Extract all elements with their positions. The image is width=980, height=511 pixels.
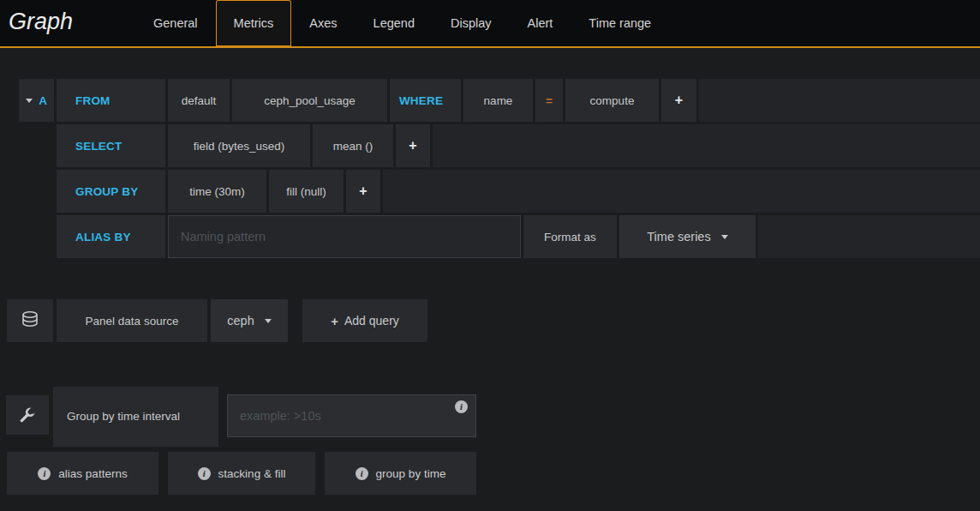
group-by-keyword: GROUP BY — [57, 170, 165, 213]
ref-spacer — [19, 170, 54, 213]
query-row-group-by: GROUP BY time (30m) fill (null) + — [0, 170, 980, 213]
where-keyword: WHERE — [390, 79, 461, 122]
format-as-dropdown[interactable]: Time series — [619, 215, 756, 258]
info-icon: i — [356, 467, 368, 480]
select-aggregator-segment[interactable]: mean () — [313, 124, 393, 167]
operator-segment[interactable]: = — [535, 79, 563, 122]
select-keyword: SELECT — [57, 124, 165, 167]
collapse-caret-icon — [26, 99, 33, 103]
retention-policy-segment[interactable]: default — [168, 79, 230, 122]
editor-tabs: General Metrics Axes Legend Display Aler… — [135, 0, 669, 46]
chevron-down-icon — [721, 235, 728, 239]
query-ref-id: A — [39, 94, 47, 107]
group-by-time-interval-input[interactable] — [227, 394, 476, 437]
datasource-dropdown[interactable]: ceph — [211, 299, 288, 342]
tab-legend[interactable]: Legend — [356, 0, 433, 46]
chevron-down-icon — [265, 319, 272, 323]
alias-patterns-button[interactable]: i alias patterns — [7, 452, 158, 495]
stacking-fill-label: stacking & fill — [218, 467, 286, 480]
format-as-value: Time series — [647, 230, 710, 243]
wrench-icon — [19, 406, 36, 424]
stacking-fill-button[interactable]: i stacking & fill — [168, 452, 315, 495]
add-group-by-button[interactable]: + — [346, 170, 380, 213]
alias-input[interactable] — [168, 215, 521, 258]
group-by-time-label: group by time — [376, 467, 446, 480]
row-filler — [433, 124, 980, 167]
datasource-row: Panel data source ceph + Add query — [7, 299, 980, 342]
from-keyword: FROM — [57, 79, 165, 122]
options-icon-cell — [6, 395, 49, 435]
group-by-time-interval-label: Group by time interval — [53, 387, 218, 447]
add-query-label: Add query — [344, 314, 399, 328]
query-row-select: SELECT field (bytes_used) mean () + — [0, 124, 980, 167]
datasource-value: ceph — [227, 314, 254, 328]
graph-panel-editor: Graph General Metrics Axes Legend Displa… — [0, 0, 980, 511]
panel-data-source-label: Panel data source — [57, 299, 207, 342]
query-row-from: A FROM default ceph_pool_usage WHERE nam… — [0, 79, 980, 122]
interval-input-wrap: i — [227, 394, 479, 437]
add-condition-button[interactable]: + — [661, 79, 696, 122]
tab-axes[interactable]: Axes — [291, 0, 355, 46]
group-by-time-button[interactable]: i group by time — [325, 452, 476, 495]
add-select-button[interactable]: + — [396, 124, 430, 167]
info-icon[interactable]: i — [455, 400, 468, 413]
help-buttons: i alias patterns i stacking & fill i gro… — [7, 452, 980, 495]
group-by-fill-segment[interactable]: fill (null) — [269, 170, 344, 213]
add-query-button[interactable]: + Add query — [302, 299, 427, 342]
format-as-label: Format as — [523, 215, 617, 258]
info-icon: i — [38, 467, 51, 480]
tag-key-segment[interactable]: name — [463, 79, 533, 122]
tab-time-range[interactable]: Time range — [571, 0, 669, 46]
ref-spacer — [19, 124, 54, 167]
tab-alert[interactable]: Alert — [510, 0, 571, 46]
tab-metrics[interactable]: Metrics — [216, 0, 292, 46]
datasource-icon-cell — [7, 299, 53, 342]
group-by-time-segment[interactable]: time (30m) — [168, 170, 266, 213]
editor-header: Graph General Metrics Axes Legend Displa… — [0, 0, 980, 48]
measurement-segment[interactable]: ceph_pool_usage — [232, 79, 387, 122]
ref-spacer — [19, 215, 54, 258]
query-ref-toggle[interactable]: A — [19, 79, 54, 122]
alias-patterns-label: alias patterns — [58, 467, 127, 480]
page-title: Graph — [9, 0, 120, 46]
select-field-segment[interactable]: field (bytes_used) — [168, 124, 310, 167]
tag-value-segment[interactable]: compute — [565, 79, 659, 122]
query-editor: A FROM default ceph_pool_usage WHERE nam… — [0, 48, 980, 258]
query-row-alias-by: ALIAS BY Format as Time series — [0, 215, 980, 258]
query-options: Group by time interval i — [6, 387, 980, 447]
row-filler — [383, 170, 980, 213]
tab-display[interactable]: Display — [433, 0, 510, 46]
plus-icon: + — [331, 314, 338, 328]
alias-by-keyword: ALIAS BY — [57, 215, 165, 258]
info-icon: i — [198, 467, 211, 480]
row-filler — [758, 215, 980, 258]
row-filler — [699, 79, 980, 122]
tab-general[interactable]: General — [135, 0, 216, 46]
database-icon — [21, 310, 39, 331]
